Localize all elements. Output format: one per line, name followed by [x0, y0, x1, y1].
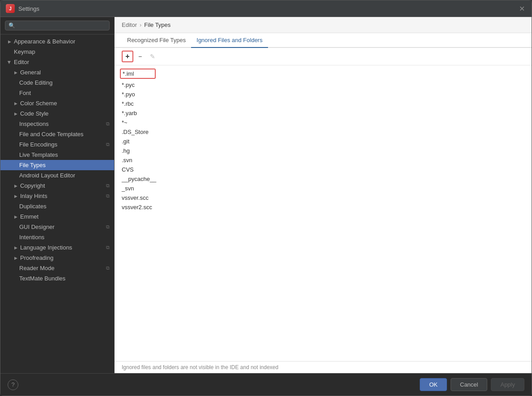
sidebar-item-file-encodings[interactable]: File Encodings ⧉: [0, 139, 114, 150]
remove-button[interactable]: −: [134, 51, 146, 62]
edit-icon: ✎: [150, 53, 155, 60]
sidebar-item-appearance[interactable]: ▶ Appearance & Behavior: [0, 36, 114, 47]
copy-icon: ⧉: [106, 193, 110, 199]
sidebar-item-code-style[interactable]: ▶ Code Style: [0, 108, 114, 119]
status-bar: Ignored files and folders are not visibl…: [115, 361, 532, 373]
sidebar-item-font[interactable]: Font: [0, 88, 114, 98]
sidebar-item-language-injections[interactable]: ▶ Language Injections ⧉: [0, 242, 114, 253]
sidebar-item-general[interactable]: ▶ General: [0, 67, 114, 77]
chevron-right-icon: ▶: [13, 111, 18, 116]
dialog-title: Settings: [18, 5, 39, 12]
breadcrumb-separator: ›: [140, 22, 141, 28]
chevron-right-icon: ▶: [13, 194, 18, 199]
list-item[interactable]: vssver2.scc: [115, 202, 532, 212]
list-item[interactable]: *~: [115, 118, 532, 127]
tabs-bar: Recognized File Types Ignored Files and …: [115, 33, 532, 48]
bottom-bar: ? OK Cancel Apply: [0, 373, 532, 396]
sidebar-item-label: Inspections: [19, 121, 49, 127]
apply-button[interactable]: Apply: [491, 378, 524, 391]
sidebar-item-file-code-templates[interactable]: File and Code Templates: [0, 129, 114, 139]
sidebar-item-label: Font: [19, 90, 31, 96]
sidebar-item-gui-designer[interactable]: GUI Designer ⧉: [0, 222, 114, 232]
list-item[interactable]: .git: [115, 137, 532, 146]
sidebar-item-label: Proofreading: [20, 254, 53, 261]
sidebar-item-file-types[interactable]: File Types: [0, 160, 114, 170]
sidebar-item-intentions[interactable]: Intentions: [0, 232, 114, 242]
chevron-right-icon: ▶: [13, 70, 18, 75]
sidebar-item-color-scheme[interactable]: ▶ Color Scheme: [0, 98, 114, 108]
search-input[interactable]: [17, 22, 106, 29]
sidebar-search-area: 🔍: [0, 17, 114, 34]
chevron-down-icon: ▶: [7, 60, 12, 65]
sidebar-item-label: Code Editing: [19, 79, 52, 86]
sidebar-item-label: Language Injections: [20, 244, 72, 251]
add-button[interactable]: +: [122, 51, 133, 62]
search-icon: 🔍: [9, 22, 15, 29]
chevron-right-icon: ▶: [13, 255, 18, 261]
main-content: 🔍 ▶ Appearance & Behavior ▶ Keymap ▶: [0, 17, 532, 373]
list-item[interactable]: .svn: [115, 155, 532, 165]
right-panel: Editor › File Types Recognized File Type…: [115, 17, 532, 373]
sidebar-item-label: Color Scheme: [20, 100, 57, 107]
list-item[interactable]: __pycache__: [115, 174, 532, 184]
help-button[interactable]: ?: [8, 379, 18, 390]
sidebar-item-label: Inlay Hints: [20, 193, 47, 199]
sidebar-item-emmet[interactable]: ▶ Emmet: [0, 211, 114, 222]
edit-button[interactable]: ✎: [147, 51, 158, 62]
settings-dialog: J Settings ✕ 🔍 ▶ Appearance & Behavior: [0, 0, 532, 396]
list-item[interactable]: vssver.scc: [115, 193, 532, 202]
list-item[interactable]: *.pyo: [115, 90, 532, 99]
sidebar-item-duplicates[interactable]: Duplicates: [0, 201, 114, 211]
app-icon: J: [6, 4, 15, 13]
sidebar-item-label: File Encodings: [19, 141, 57, 148]
chevron-right-icon: ▶: [13, 214, 18, 220]
status-text: Ignored files and folders are not visibl…: [122, 364, 278, 370]
list-item[interactable]: *.pyc: [115, 80, 532, 90]
sidebar-item-label: Live Templates: [19, 151, 58, 158]
sidebar: 🔍 ▶ Appearance & Behavior ▶ Keymap ▶: [0, 17, 115, 373]
sidebar-item-code-editing[interactable]: Code Editing: [0, 77, 114, 88]
sidebar-item-inlay-hints[interactable]: ▶ Inlay Hints ⧉: [0, 191, 114, 201]
sidebar-item-live-templates[interactable]: Live Templates: [0, 150, 114, 160]
sidebar-item-label: Duplicates: [19, 203, 47, 210]
sidebar-item-label: General: [20, 69, 41, 76]
sidebar-item-label: Reader Mode: [19, 265, 55, 271]
sidebar-item-editor[interactable]: ▶ Editor: [0, 57, 114, 67]
list-item[interactable]: _svn: [115, 184, 532, 193]
close-button[interactable]: ✕: [517, 4, 526, 13]
sidebar-item-reader-mode[interactable]: Reader Mode ⧉: [0, 263, 114, 273]
copy-icon: ⧉: [106, 121, 110, 127]
plus-icon: +: [125, 52, 129, 60]
list-item[interactable]: .hg: [115, 146, 532, 155]
sidebar-item-android-layout-editor[interactable]: Android Layout Editor: [0, 170, 114, 181]
copy-icon: ⧉: [106, 265, 110, 271]
breadcrumb-current: File Types: [144, 22, 170, 28]
list-item[interactable]: CVS: [115, 165, 532, 174]
tab-recognized-file-types[interactable]: Recognized File Types: [122, 33, 191, 48]
sidebar-item-proofreading[interactable]: ▶ Proofreading: [0, 253, 114, 263]
tab-ignored-files-and-folders[interactable]: Ignored Files and Folders: [191, 33, 268, 48]
ok-button[interactable]: OK: [420, 378, 447, 391]
sidebar-item-keymap[interactable]: ▶ Keymap: [0, 47, 114, 57]
list-item[interactable]: *.rbc: [115, 99, 532, 108]
sidebar-item-textmate-bundles[interactable]: TextMate Bundles: [0, 273, 114, 284]
copy-icon: ⧉: [106, 224, 110, 230]
list-item[interactable]: *.yarb: [115, 108, 532, 118]
sidebar-item-label: Android Layout Editor: [19, 172, 75, 179]
chevron-right-icon: ▶: [13, 101, 18, 106]
title-bar-left: J Settings: [6, 4, 39, 13]
sidebar-item-inspections[interactable]: Inspections ⧉: [0, 119, 114, 129]
cancel-button[interactable]: Cancel: [451, 378, 487, 391]
sidebar-item-label: Editor: [14, 59, 29, 65]
sidebar-item-label: GUI Designer: [19, 224, 55, 230]
sidebar-items: ▶ Appearance & Behavior ▶ Keymap ▶ Edito…: [0, 34, 114, 373]
list-item-iml[interactable]: *.iml: [123, 70, 134, 77]
sidebar-item-copyright[interactable]: ▶ Copyright ⧉: [0, 181, 114, 191]
search-input-wrap[interactable]: 🔍: [5, 21, 110, 30]
title-bar: J Settings ✕: [0, 0, 532, 17]
sidebar-item-label: Emmet: [20, 213, 38, 220]
breadcrumb: Editor › File Types: [115, 17, 532, 33]
sidebar-item-label: Appearance & Behavior: [14, 38, 75, 45]
list-item[interactable]: .DS_Store: [115, 127, 532, 137]
copy-icon: ⧉: [106, 245, 110, 250]
